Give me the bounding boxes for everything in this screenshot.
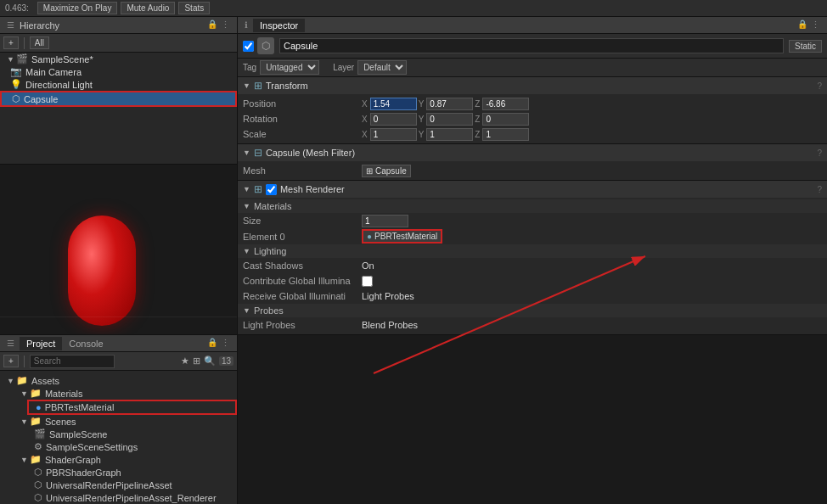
search-icon[interactable]: 🔍 — [204, 356, 216, 367]
mesh-renderer-name: Mesh Renderer — [280, 184, 345, 194]
lighting-sub-header[interactable]: ▼ Lighting — [238, 244, 827, 258]
mesh-renderer-arrow: ▼ — [243, 185, 250, 193]
sample-scene-settings-item[interactable]: ⚙ SampleSceneSettings — [27, 440, 237, 453]
object-name-field[interactable] — [279, 38, 784, 53]
rotation-label: Rotation — [243, 114, 362, 124]
scale-z[interactable] — [482, 128, 529, 141]
hierarchy-lock-icon[interactable]: 🔒 — [207, 20, 217, 31]
tag-dropdown[interactable]: Untagged — [260, 60, 319, 75]
contrib-gi-checkbox[interactable] — [362, 276, 373, 287]
materials-header[interactable]: ▼ 📁 Materials — [14, 387, 237, 400]
light-probes-label: Light Probes — [243, 320, 362, 330]
mesh-filter-help-icon[interactable]: ? — [817, 148, 822, 158]
project-tab[interactable]: Project — [20, 337, 62, 350]
scale-y[interactable] — [426, 128, 473, 141]
scenes-folder-icon: 📁 — [30, 416, 42, 427]
rotation-x[interactable] — [370, 113, 417, 126]
project-tree: ▼ 📁 Assets ▼ 📁 Materials ● — [0, 371, 237, 504]
transform-name: Transform — [266, 81, 308, 91]
scale-row: Scale X Y Z — [238, 126, 827, 142]
project-toolbar-right: ★ ⊞ 🔍 13 — [181, 356, 233, 367]
material-icon: ● — [36, 402, 42, 412]
rotation-z[interactable] — [482, 113, 529, 126]
columns-icon[interactable]: ⊞ — [193, 356, 200, 367]
hierarchy-all-button[interactable]: All — [30, 36, 49, 49]
shader-graph-folder: ▼ 📁 ShaderGraph ⬡ PBRShaderGraph ⬡ U — [0, 453, 237, 504]
mesh-ref-icon: ⊞ — [366, 166, 373, 176]
recv-gi-label: Receive Global Illuminati — [243, 291, 362, 301]
cast-shadows-label: Cast Shadows — [243, 260, 362, 271]
mesh-value[interactable]: ⊞ Capsule — [362, 165, 411, 177]
scale-x[interactable] — [370, 128, 417, 141]
size-field[interactable] — [362, 215, 408, 227]
main-camera-item[interactable]: 📷 Main Camera — [0, 65, 237, 78]
inspector-menu-icon[interactable]: ⋮ — [811, 20, 820, 31]
project-add-button[interactable]: + — [3, 355, 19, 367]
project-panel-header: ☰ Project Console 🔒 ⋮ — [0, 335, 237, 352]
mesh-renderer-header[interactable]: ▼ ⊞ Mesh Renderer ? — [238, 181, 827, 198]
mesh-filter-arrow: ▼ — [243, 148, 250, 157]
pbr-shader-label: PBRShaderGraph — [46, 468, 121, 478]
element0-value[interactable]: ● PBRTestMaterial — [362, 229, 442, 244]
light-probes-row: Light Probes Blend Probes — [238, 317, 827, 333]
mesh-renderer-icon: ⊞ — [254, 183, 262, 195]
transform-header[interactable]: ▼ ⊞ Transform ? — [238, 77, 827, 94]
pbr-material-item[interactable]: ● PBRTestMaterial — [27, 400, 237, 415]
scale-label: Scale — [243, 129, 362, 139]
hierarchy-add-button[interactable]: + — [3, 36, 19, 49]
sample-scene-item[interactable]: 🎬 SampleScene — [27, 428, 237, 440]
layer-dropdown[interactable]: Default — [357, 60, 407, 75]
inspector-tab[interactable]: Inspector — [253, 19, 305, 32]
position-row: Position X Y Z — [238, 96, 827, 111]
urp-asset-item[interactable]: ⬡ UniversalRenderPipelineAsset — [27, 479, 237, 491]
urp-asset-icon: ⬡ — [34, 479, 42, 490]
maximize-on-play-button[interactable]: Maximize On Play — [37, 2, 118, 14]
top-toolbar: 0.463: Maximize On Play Mute Audio Stats — [0, 0, 827, 17]
static-button[interactable]: Static — [789, 40, 822, 53]
object-active-checkbox[interactable] — [243, 41, 254, 52]
scene-icon: 🎬 — [16, 53, 28, 64]
transform-help-icon[interactable]: ? — [817, 81, 822, 91]
urp-renderer-item[interactable]: ⬡ UniversalRenderPipelineAsset_Renderer — [27, 491, 237, 504]
assets-root-arrow: ▼ — [7, 377, 14, 385]
materials-folder-icon: 📁 — [30, 388, 42, 399]
capsule-hierarchy-item[interactable]: ⬡ Capsule — [0, 91, 237, 107]
probes-sub-header[interactable]: ▼ Probes — [238, 304, 827, 317]
position-x[interactable] — [370, 98, 417, 110]
mesh-renderer-help-icon[interactable]: ? — [817, 185, 822, 194]
pbr-shader-item[interactable]: ⬡ PBRShaderGraph — [27, 466, 237, 479]
lighting-arrow: ▼ — [243, 247, 250, 255]
project-search-input[interactable] — [30, 355, 115, 368]
scene-root-item[interactable]: ▼ 🎬 SampleScene* — [0, 53, 237, 65]
scenes-folder-arrow: ▼ — [20, 417, 28, 426]
sample-scene-label: SampleScene — [49, 429, 108, 440]
camera-label: Main Camera — [25, 67, 82, 77]
position-y[interactable] — [426, 98, 473, 110]
console-tab[interactable]: Console — [62, 337, 110, 350]
inspector-lock-icon[interactable]: 🔒 — [797, 20, 807, 31]
cast-shadows-row: Cast Shadows On — [238, 258, 827, 273]
scenes-header[interactable]: ▼ 📁 Scenes — [14, 415, 237, 428]
capsule-3d — [68, 216, 136, 326]
rotation-xyz: X Y Z — [362, 113, 529, 126]
hierarchy-menu-icon[interactable]: ⋮ — [221, 20, 230, 31]
materials-label: Materials — [254, 201, 292, 211]
mute-audio-button[interactable]: Mute Audio — [121, 2, 175, 14]
hierarchy-toolbar: + All — [0, 34, 237, 53]
position-z[interactable] — [482, 98, 529, 110]
project-menu-icon[interactable]: ⋮ — [221, 338, 230, 349]
rotation-y[interactable] — [426, 113, 473, 126]
shader-graph-header[interactable]: ▼ 📁 ShaderGraph — [14, 453, 237, 466]
mesh-filter-header[interactable]: ▼ ⊟ Capsule (Mesh Filter) ? — [238, 144, 827, 161]
scene-settings-icon: ⚙ — [34, 441, 42, 452]
probes-arrow: ▼ — [243, 306, 250, 315]
project-lock-icon[interactable]: 🔒 — [207, 338, 217, 349]
stats-button[interactable]: Stats — [178, 2, 210, 14]
shader-graph-arrow: ▼ — [20, 456, 28, 464]
mesh-renderer-enable-checkbox[interactable] — [266, 184, 277, 195]
favorites-icon[interactable]: ★ — [181, 356, 189, 367]
scene-collapse-arrow: ▼ — [7, 55, 14, 64]
materials-sub-header[interactable]: ▼ Materials — [238, 199, 827, 213]
assets-root-header[interactable]: ▼ 📁 Assets — [0, 374, 237, 387]
directional-light-item[interactable]: 💡 Directional Light — [0, 78, 237, 91]
